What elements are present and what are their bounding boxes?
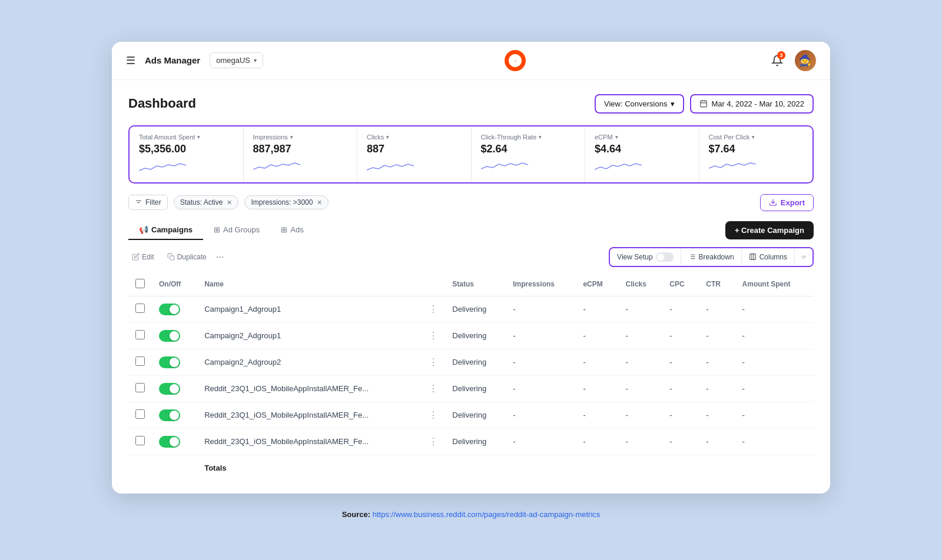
row-ecpm-1: - bbox=[576, 322, 618, 349]
row-ctr-3: - bbox=[699, 375, 735, 402]
date-range-button[interactable]: Mar 4, 2022 - Mar 10, 2022 bbox=[690, 94, 814, 114]
col-header-name: Name bbox=[197, 273, 422, 296]
notif-count: 3 bbox=[777, 51, 785, 59]
col-header-onoff: On/Off bbox=[152, 273, 197, 296]
row-toggle-5[interactable] bbox=[159, 436, 180, 448]
duplicate-label: Duplicate bbox=[177, 253, 207, 261]
row-dots-3[interactable]: ⋮ bbox=[429, 384, 438, 394]
stat-ecpm: eCPM ▾ $4.64 bbox=[585, 126, 699, 182]
row-toggle-1[interactable] bbox=[159, 330, 180, 342]
row-clicks-5: - bbox=[619, 428, 663, 455]
stat-cpc: Cost Per Click ▾ $7.64 bbox=[699, 126, 813, 182]
notification-button[interactable]: 3 bbox=[767, 50, 788, 71]
row-toggle-2[interactable] bbox=[159, 356, 180, 368]
table-row: Reddit_23Q1_iOS_MobileAppInstallAMER_Fe.… bbox=[128, 428, 814, 455]
col-header-ctr: CTR bbox=[699, 273, 735, 296]
row-amount-spent-1: - bbox=[735, 322, 814, 349]
view-setup-toggle[interactable] bbox=[656, 252, 674, 262]
duplicate-icon bbox=[167, 253, 175, 261]
stat-value-clicks: 887 bbox=[367, 143, 462, 155]
filter-label: Filter bbox=[145, 198, 161, 206]
row-clicks-0: - bbox=[619, 296, 663, 322]
row-clicks-3: - bbox=[619, 375, 663, 402]
breakdown-control[interactable]: Breakdown bbox=[681, 249, 742, 265]
reddit-logo bbox=[505, 50, 526, 71]
account-chevron-icon: ▾ bbox=[254, 57, 257, 64]
row-status-1: Delivering bbox=[445, 322, 506, 349]
row-dots-4[interactable]: ⋮ bbox=[429, 410, 438, 420]
source-link[interactable]: https://www.business.reddit.com/pages/re… bbox=[373, 510, 601, 519]
row-toggle-0[interactable] bbox=[159, 304, 180, 315]
table-row: Campaign1_Adgroup1 ⋮ Delivering - - - - … bbox=[128, 296, 814, 322]
topbar: ☰ Ads Manager omegaUS ▾ 3 🧙 bbox=[112, 42, 830, 80]
more-options-icon[interactable]: ··· bbox=[216, 252, 224, 262]
row-toggle-3[interactable] bbox=[159, 383, 180, 395]
view-chevron-icon: ▾ bbox=[671, 99, 675, 108]
account-selector[interactable]: omegaUS ▾ bbox=[210, 52, 263, 68]
row-dots-5[interactable]: ⋮ bbox=[429, 436, 438, 446]
totals-label: Totals bbox=[197, 455, 422, 479]
row-amount-spent-4: - bbox=[735, 402, 814, 428]
edit-icon bbox=[132, 253, 140, 261]
row-ctr-0: - bbox=[699, 296, 735, 322]
grid-icon-adgroups: ⊞ bbox=[214, 225, 220, 234]
row-impressions-3: - bbox=[506, 375, 576, 402]
filter-chip-status: Status: Active ✕ bbox=[174, 195, 239, 209]
view-setup-control[interactable]: View Setup bbox=[610, 249, 681, 265]
edit-button[interactable]: Edit bbox=[128, 251, 158, 264]
filter-chip-status-label: Status: Active bbox=[180, 198, 223, 206]
row-cpc-0: - bbox=[662, 296, 699, 322]
filter-chip-impressions-close[interactable]: ✕ bbox=[317, 199, 322, 206]
row-toggle-4[interactable] bbox=[159, 409, 180, 421]
view-conversions-button[interactable]: View: Conversions ▾ bbox=[595, 94, 684, 114]
duplicate-button[interactable]: Duplicate bbox=[164, 251, 210, 264]
row-checkbox-2[interactable] bbox=[135, 356, 145, 366]
row-dots-0[interactable]: ⋮ bbox=[429, 304, 438, 314]
breakdown-icon bbox=[688, 253, 696, 261]
row-impressions-0: - bbox=[506, 296, 576, 322]
row-dots-2[interactable]: ⋮ bbox=[429, 357, 438, 367]
columns-label: Columns bbox=[759, 253, 787, 261]
tab-ads[interactable]: ⊞ Ads bbox=[270, 221, 314, 240]
row-checkbox-1[interactable] bbox=[135, 330, 145, 339]
filter-chip-status-close[interactable]: ✕ bbox=[227, 199, 232, 206]
menu-icon[interactable]: ☰ bbox=[126, 54, 135, 67]
row-clicks-2: - bbox=[619, 349, 663, 375]
row-name-4: Reddit_23Q1_iOS_MobileAppInstallAMER_Fe.… bbox=[197, 402, 422, 428]
filters-row: Filter Status: Active ✕ Impressions: >30… bbox=[128, 194, 814, 211]
row-checkbox-5[interactable] bbox=[135, 436, 145, 445]
row-dots-1[interactable]: ⋮ bbox=[429, 331, 438, 341]
page-title: Dashboard bbox=[128, 96, 196, 111]
columns-icon bbox=[749, 253, 757, 261]
row-ctr-2: - bbox=[699, 349, 735, 375]
grid-icon-ads: ⊞ bbox=[281, 225, 287, 234]
columns-control[interactable]: Columns bbox=[742, 249, 795, 265]
row-status-4: Delivering bbox=[445, 402, 506, 428]
row-clicks-4: - bbox=[619, 402, 663, 428]
create-campaign-button[interactable]: + Create Campaign bbox=[725, 221, 814, 239]
main-window: ☰ Ads Manager omegaUS ▾ 3 🧙 bbox=[112, 42, 830, 494]
row-status-3: Delivering bbox=[445, 375, 506, 402]
export-button[interactable]: Export bbox=[760, 194, 814, 211]
row-cpc-4: - bbox=[662, 402, 699, 428]
tab-campaigns-label: Campaigns bbox=[151, 225, 193, 234]
stat-label-ctr: Click-Through Rate bbox=[481, 134, 537, 141]
source-label: Source: bbox=[342, 510, 370, 519]
row-checkbox-3[interactable] bbox=[135, 383, 145, 392]
tab-ad-groups[interactable]: ⊞ Ad Groups bbox=[203, 221, 270, 240]
row-checkbox-4[interactable] bbox=[135, 409, 145, 419]
avatar[interactable]: 🧙 bbox=[795, 50, 816, 71]
col-header-ecpm: eCPM bbox=[576, 273, 618, 296]
row-ecpm-2: - bbox=[576, 349, 618, 375]
sparkline-clicks bbox=[367, 160, 462, 175]
filter-chip-impressions-label: Impressions: >3000 bbox=[251, 198, 313, 206]
date-range-label: Mar 4, 2022 - Mar 10, 2022 bbox=[711, 99, 804, 108]
export-icon bbox=[769, 198, 777, 206]
filter-button[interactable]: Filter bbox=[128, 195, 168, 210]
header-controls: View: Conversions ▾ Mar 4, 2022 - Mar 10… bbox=[595, 94, 814, 114]
select-all-checkbox[interactable] bbox=[135, 279, 145, 288]
tab-campaigns[interactable]: 📢 Campaigns bbox=[128, 221, 203, 240]
refresh-button[interactable] bbox=[795, 248, 812, 266]
row-checkbox-0[interactable] bbox=[135, 304, 145, 313]
stat-label-impressions: Impressions bbox=[253, 134, 288, 141]
